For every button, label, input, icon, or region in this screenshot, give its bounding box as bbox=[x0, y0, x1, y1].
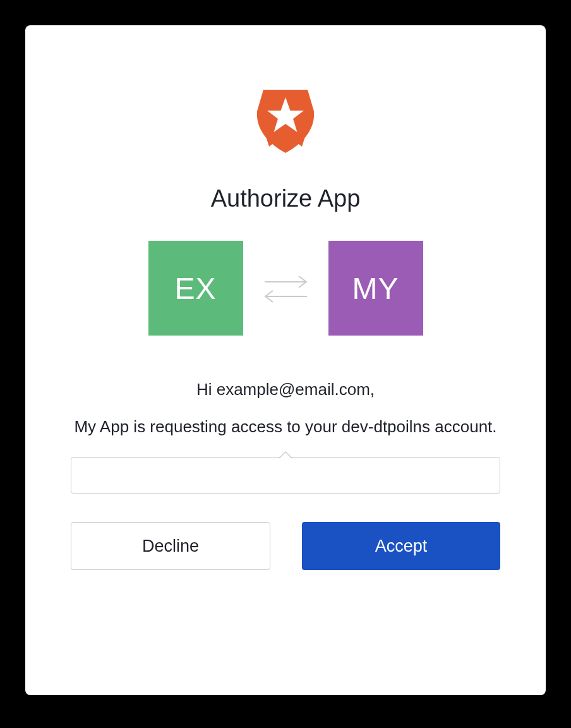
source-app-tile: EX bbox=[148, 241, 243, 336]
app-connection-row: EX MY bbox=[148, 241, 423, 336]
description-text: My App is requesting access to your dev-… bbox=[74, 415, 496, 439]
accept-button[interactable]: Accept bbox=[302, 522, 500, 570]
button-row: Decline Accept bbox=[71, 522, 500, 570]
target-app-label: MY bbox=[352, 271, 399, 306]
target-app-tile: MY bbox=[328, 241, 423, 336]
greeting-text: Hi example@email.com, bbox=[196, 380, 375, 399]
source-app-label: EX bbox=[174, 271, 216, 306]
authorize-dialog: Authorize App EX MY Hi example@email.com… bbox=[25, 25, 546, 695]
exchange-arrows-icon bbox=[262, 272, 310, 304]
auth0-shield-icon bbox=[257, 88, 314, 157]
dialog-title: Authorize App bbox=[211, 185, 361, 212]
permissions-box bbox=[71, 457, 500, 494]
decline-button[interactable]: Decline bbox=[71, 522, 270, 570]
